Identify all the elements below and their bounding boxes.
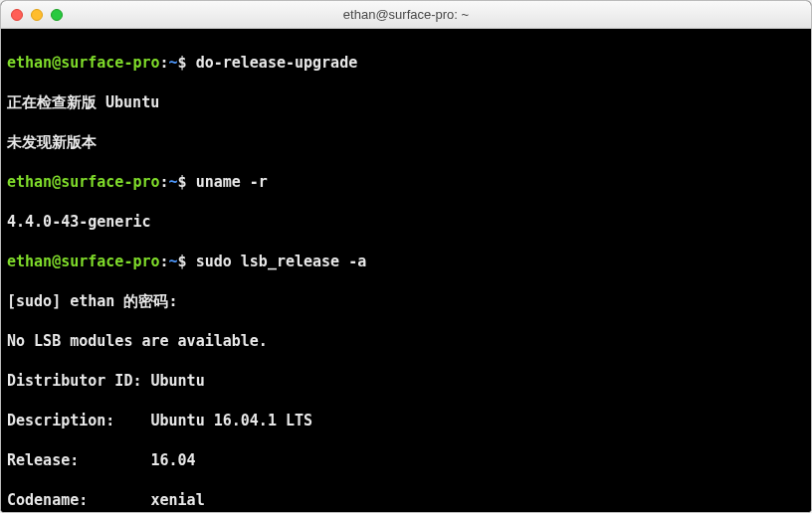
- prompt-colon: :: [160, 54, 169, 72]
- command-text: sudo lsb_release -a: [196, 253, 367, 270]
- maximize-icon[interactable]: [51, 9, 63, 21]
- terminal-line: ethan@surface-pro:~$ sudo lsb_release -a: [7, 252, 805, 271]
- terminal-line: ethan@surface-pro:~$ uname -r: [7, 172, 805, 192]
- terminal-output: Codename: xenial: [7, 490, 805, 510]
- window-title: ethan@surface-pro: ~: [1, 7, 811, 22]
- terminal-output: Description: Ubuntu 16.04.1 LTS: [7, 411, 805, 430]
- command-text: do-release-upgrade: [196, 54, 358, 72]
- prompt-dollar: $: [178, 173, 187, 191]
- prompt-path: ~: [169, 173, 178, 191]
- prompt-dollar: $: [178, 253, 187, 270]
- terminal-output: 未发现新版本: [7, 132, 805, 152]
- terminal-window: ethan@surface-pro: ~ ethan@surface-pro:~…: [0, 0, 812, 513]
- prompt-userhost: ethan@surface-pro: [7, 54, 160, 72]
- prompt-userhost: ethan@surface-pro: [7, 253, 160, 270]
- prompt-dollar: $: [178, 54, 187, 72]
- command-text: uname -r: [196, 173, 268, 191]
- terminal-body[interactable]: ethan@surface-pro:~$ do-release-upgrade …: [1, 29, 811, 512]
- prompt-path: ~: [169, 54, 178, 72]
- minimize-icon[interactable]: [31, 9, 43, 21]
- title-bar: ethan@surface-pro: ~: [1, 1, 811, 29]
- prompt-colon: :: [160, 173, 169, 191]
- terminal-output: Release: 16.04: [7, 450, 805, 470]
- traffic-lights: [1, 9, 63, 21]
- terminal-output: 4.4.0-43-generic: [7, 212, 805, 232]
- terminal-line: ethan@surface-pro:~$ do-release-upgrade: [7, 53, 805, 73]
- prompt-path: ~: [169, 253, 178, 270]
- close-icon[interactable]: [11, 9, 23, 21]
- prompt-userhost: ethan@surface-pro: [7, 173, 160, 191]
- terminal-output: 正在检查新版 Ubuntu: [7, 92, 805, 112]
- terminal-output: No LSB modules are available.: [7, 331, 805, 351]
- terminal-output: [sudo] ethan 的密码:: [7, 291, 805, 311]
- prompt-colon: :: [160, 253, 169, 270]
- terminal-output: Distributor ID: Ubuntu: [7, 371, 805, 391]
